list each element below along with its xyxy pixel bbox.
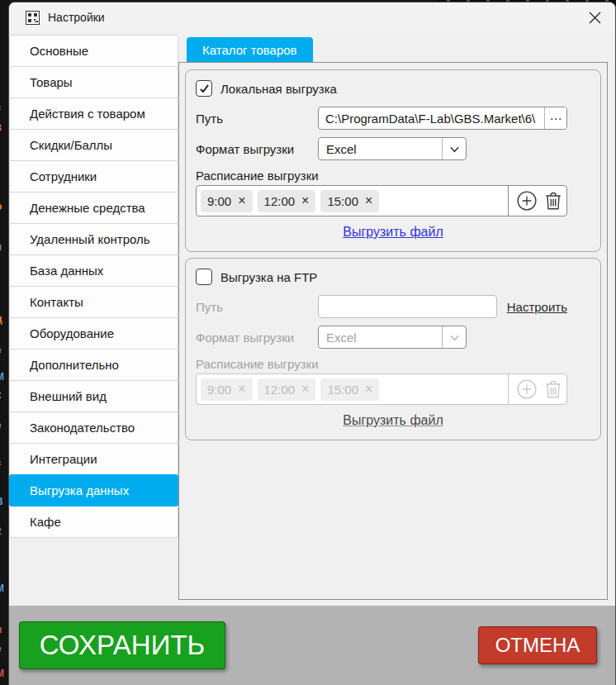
local-export-checkbox[interactable]: [196, 80, 212, 97]
schedule-time-value: 12:00: [264, 194, 296, 208]
ftp-schedule-times-box: 9:00×12:00×15:00×: [196, 373, 567, 405]
sidebar-item[interactable]: Выгрузка данных: [9, 474, 178, 507]
sidebar-item[interactable]: Скидки/Баллы: [9, 129, 178, 161]
schedule-time-value: 9:00: [207, 383, 231, 397]
schedule-time-chip: 15:00×: [320, 190, 379, 212]
ftp-export-label: Выгрузка на FTP: [220, 270, 317, 284]
sidebar-item[interactable]: Действия с товаром: [9, 98, 178, 130]
sidebar-item-label: Контакты: [30, 295, 83, 309]
path-input[interactable]: [319, 107, 544, 129]
chevron-down-icon: [443, 144, 466, 155]
ftp-configure-link[interactable]: Настроить: [507, 300, 567, 314]
sidebar-item[interactable]: Дополнительно: [9, 349, 178, 381]
settings-dialog: Настройки ОсновныеТоварыДействия с товар…: [8, 2, 616, 685]
add-time-button[interactable]: [514, 188, 540, 214]
schedule-times-box: 9:00×12:00×15:00×: [196, 185, 567, 216]
tab-strip: Каталог товаров: [178, 37, 608, 62]
sidebar-item-label: Скидки/Баллы: [30, 138, 112, 152]
schedule-time-chip: 12:00×: [258, 378, 316, 401]
sidebar-item[interactable]: Сотрудники: [9, 160, 178, 193]
sidebar-item-label: Внешний вид: [30, 389, 107, 403]
schedule-time-chip: 9:00×: [201, 378, 253, 401]
tab-catalog[interactable]: Каталог товаров: [187, 37, 313, 62]
sidebar-item-label: Оборудование: [30, 326, 114, 340]
dialog-body: ОсновныеТоварыДействия с товаромСкидки/Б…: [9, 32, 615, 606]
tab-panel: Локальная выгрузка Путь ⋯ Формат выгрузк…: [178, 62, 608, 600]
export-file-link[interactable]: Выгрузить файл: [343, 225, 443, 239]
sidebar-item-label: База данных: [30, 264, 103, 278]
schedule-time-value: 9:00: [207, 194, 231, 208]
checkmark-icon: [199, 83, 210, 94]
sidebar-item-label: Сотрудники: [30, 169, 97, 183]
schedule-time-chip: 12:00×: [258, 190, 316, 212]
browse-button[interactable]: ⋯: [544, 107, 566, 129]
sidebar-item[interactable]: Кафе: [9, 506, 178, 538]
ftp-path-label: Путь: [196, 300, 318, 314]
sidebar-item-label: Дополнительно: [30, 358, 119, 372]
content-area: Каталог товаров Локальная выгрузка Путь: [178, 32, 608, 606]
sidebar-item-label: Кафе: [30, 515, 61, 529]
trash-icon: [543, 378, 564, 400]
local-export-label: Локальная выгрузка: [220, 82, 337, 96]
dialog-footer: СОХРАНИТЬ ОТМЕНА: [9, 606, 615, 685]
sidebar-item[interactable]: Интеграции: [9, 443, 178, 475]
ftp-format-label: Формат выгрузки: [196, 331, 318, 345]
remove-time-icon[interactable]: ×: [301, 194, 309, 207]
schedule-label: Расписание выгрузки: [196, 169, 590, 183]
sidebar-item[interactable]: Законодательство: [9, 411, 178, 444]
ftp-add-time-button: [514, 376, 540, 402]
plus-circle-icon: [516, 190, 538, 212]
ftp-path-input-group: [318, 295, 497, 318]
remove-time-icon[interactable]: ×: [365, 383, 372, 396]
ftp-format-select[interactable]: Excel: [318, 326, 467, 349]
sidebar-item-label: Основные: [30, 44, 88, 58]
path-label: Путь: [196, 112, 318, 126]
sidebar-item-label: Интеграции: [30, 452, 97, 466]
chevron-down-icon: [443, 332, 466, 343]
sidebar-item[interactable]: Контакты: [9, 286, 178, 318]
window-title: Настройки: [48, 11, 105, 24]
sidebar-item[interactable]: Денежные средства: [9, 192, 178, 224]
trash-icon: [543, 190, 564, 212]
sidebar-item-label: Денежные средства: [30, 201, 145, 215]
app-window-icon: [26, 11, 40, 25]
sidebar-item[interactable]: Товары: [9, 66, 178, 98]
close-button[interactable]: [580, 5, 609, 30]
sidebar-item[interactable]: Внешний вид: [9, 380, 178, 412]
ftp-delete-times-button: [540, 376, 566, 402]
title-bar: Настройки: [9, 2, 615, 32]
sidebar-item[interactable]: База данных: [9, 254, 178, 287]
sidebar-item-label: Товары: [30, 75, 73, 89]
plus-circle-icon: [516, 378, 538, 400]
remove-time-icon[interactable]: ×: [365, 194, 372, 207]
local-export-group: Локальная выгрузка Путь ⋯ Формат выгрузк…: [185, 69, 601, 252]
sidebar: ОсновныеТоварыДействия с товаромСкидки/Б…: [9, 32, 178, 606]
format-select[interactable]: Excel: [318, 137, 467, 160]
sidebar-item[interactable]: Оборудование: [9, 317, 178, 350]
ftp-export-group: Выгрузка на FTP Путь Настроить Формат вы…: [185, 258, 601, 440]
remove-time-icon[interactable]: ×: [238, 383, 245, 396]
cancel-button[interactable]: ОТМЕНА: [478, 626, 597, 664]
sidebar-item-label: Действия с товаром: [30, 107, 145, 121]
schedule-time-chip: 9:00×: [201, 190, 253, 212]
schedule-time-value: 12:00: [264, 383, 296, 397]
ftp-export-file-link[interactable]: Выгрузить файл: [343, 413, 443, 427]
remove-time-icon[interactable]: ×: [301, 383, 309, 396]
sidebar-item-label: Выгрузка данных: [30, 483, 129, 497]
sidebar-item[interactable]: Основные: [9, 35, 178, 67]
sidebar-item-label: Удаленный контроль: [30, 232, 150, 246]
ftp-path-input[interactable]: [319, 296, 496, 317]
schedule-time-chip: 15:00×: [320, 378, 379, 401]
ftp-schedule-label: Расписание выгрузки: [196, 357, 590, 371]
format-selected-value: Excel: [319, 142, 442, 156]
path-input-group: ⋯: [318, 107, 567, 130]
save-button[interactable]: СОХРАНИТЬ: [19, 621, 225, 669]
schedule-time-value: 15:00: [327, 194, 358, 208]
sidebar-item[interactable]: Удаленный контроль: [9, 223, 178, 255]
format-label: Формат выгрузки: [196, 142, 318, 156]
ftp-export-checkbox[interactable]: [196, 269, 212, 285]
delete-times-button[interactable]: [540, 188, 566, 214]
ftp-format-selected-value: Excel: [319, 331, 442, 345]
remove-time-icon[interactable]: ×: [238, 194, 245, 207]
close-icon: [589, 12, 601, 24]
